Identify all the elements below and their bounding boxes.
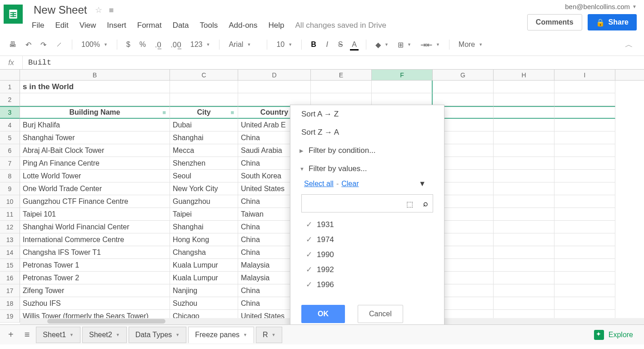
cell[interactable] <box>494 119 554 132</box>
row-header[interactable]: 1 <box>0 81 20 93</box>
cell[interactable]: Petronas Tower 2 <box>20 272 170 284</box>
cell[interactable] <box>170 93 238 106</box>
cell[interactable] <box>554 284 615 297</box>
cell[interactable] <box>372 93 433 106</box>
cell[interactable]: Ping An Finance Centre <box>20 157 170 170</box>
row-header[interactable]: 5 <box>0 132 20 144</box>
menu-insert[interactable]: Insert <box>107 21 126 30</box>
header-city[interactable]: City≡ <box>170 106 238 119</box>
number-format-dropdown[interactable]: 123▼ <box>187 40 214 49</box>
row-header[interactable]: 10 <box>0 195 20 208</box>
redo-icon[interactable]: ↷ <box>37 38 50 51</box>
cell[interactable]: Kuala Lumpur <box>170 272 238 284</box>
col-header-B[interactable]: B <box>20 70 170 80</box>
cell[interactable]: Guangzhou CTF Finance Centre <box>20 195 170 208</box>
explore-button[interactable]: Explore <box>587 326 640 344</box>
cell[interactable] <box>311 81 372 93</box>
user-menu[interactable]: ben@benlcollins.com ▼ <box>565 3 637 10</box>
cell[interactable] <box>494 259 554 272</box>
cell[interactable]: New York City <box>170 182 238 195</box>
cell[interactable] <box>554 144 615 157</box>
cell[interactable] <box>554 81 615 93</box>
filter-value-item[interactable]: ✓1931 <box>304 217 430 232</box>
cell[interactable] <box>554 297 615 310</box>
cell[interactable] <box>554 221 615 233</box>
col-header-I[interactable]: I <box>554 70 615 80</box>
cell[interactable] <box>494 246 554 259</box>
cell[interactable]: Nanjing <box>170 284 238 297</box>
filter-by-values[interactable]: ▼ Filter by values... <box>290 160 444 178</box>
row-header[interactable]: 7 <box>0 157 20 170</box>
cell[interactable]: Shanghai World Financial Center <box>20 221 170 233</box>
doc-title[interactable]: New Sheet <box>32 3 89 17</box>
row-header[interactable]: 2 <box>0 93 20 106</box>
text-color-button[interactable]: A <box>348 38 360 51</box>
borders-dropdown[interactable]: ⊞▼ <box>394 40 415 49</box>
sheets-logo[interactable] <box>4 5 23 24</box>
bold-button[interactable]: B <box>307 38 320 51</box>
cell[interactable] <box>554 259 615 272</box>
sort-az[interactable]: Sort A → Z <box>290 105 444 123</box>
cell[interactable]: Changsha <box>170 246 238 259</box>
cell[interactable] <box>494 170 554 182</box>
cell[interactable] <box>433 93 494 106</box>
cell[interactable] <box>554 272 615 284</box>
undo-icon[interactable]: ↶ <box>22 38 35 51</box>
menu-help[interactable]: Help <box>269 21 285 30</box>
cell[interactable]: Lotte World Tower <box>20 170 170 182</box>
col-header-D[interactable]: D <box>238 70 311 80</box>
cell[interactable]: One World Trade Center <box>20 182 170 195</box>
cell[interactable] <box>494 144 554 157</box>
cell[interactable] <box>433 81 494 93</box>
filter-value-item[interactable]: ✓1996 <box>304 277 430 292</box>
col-header-H[interactable]: H <box>494 70 554 80</box>
fill-color-dropdown[interactable]: ◆▼ <box>372 40 392 49</box>
menu-tools[interactable]: Tools <box>200 21 218 30</box>
filter-icon[interactable]: ≡ <box>230 109 234 116</box>
menu-file[interactable]: File <box>32 21 44 30</box>
cell[interactable]: Shanghai Tower <box>20 132 170 144</box>
merge-dropdown[interactable]: ⇥⇤▼ <box>417 40 444 49</box>
all-sheets-button[interactable]: ≡ <box>20 327 35 343</box>
add-sheet-button[interactable]: + <box>4 327 18 343</box>
cell[interactable] <box>494 221 554 233</box>
cell[interactable] <box>494 182 554 195</box>
row-header[interactable]: 17 <box>0 284 20 297</box>
cell[interactable] <box>238 93 311 106</box>
cell[interactable] <box>494 233 554 246</box>
formula-input[interactable]: Built <box>23 58 57 67</box>
col-header-C[interactable]: C <box>170 70 238 80</box>
cell[interactable]: Suzhou <box>170 297 238 310</box>
sheet-tab[interactable]: R▼ <box>256 327 282 343</box>
print-icon[interactable]: 🖶 <box>5 38 20 51</box>
filter-value-item[interactable]: ✓1990 <box>304 247 430 262</box>
row-header[interactable]: 9 <box>0 182 20 195</box>
cell[interactable]: Shanghai <box>170 221 238 233</box>
folder-icon[interactable]: ■ <box>109 5 114 15</box>
select-all-corner[interactable] <box>0 70 20 80</box>
row-header[interactable]: 4 <box>0 119 20 132</box>
cell[interactable]: Shanghai <box>170 132 238 144</box>
cell[interactable] <box>494 195 554 208</box>
menu-data[interactable]: Data <box>173 21 189 30</box>
cell[interactable]: Mecca <box>170 144 238 157</box>
cell[interactable] <box>494 93 554 106</box>
font-size-dropdown[interactable]: 10▼ <box>273 40 296 49</box>
cell[interactable] <box>494 132 554 144</box>
cell[interactable]: Taipei 101 <box>20 208 170 221</box>
cell[interactable]: Seoul <box>170 170 238 182</box>
cell[interactable] <box>494 208 554 221</box>
row-header[interactable]: 12 <box>0 221 20 233</box>
more-dropdown[interactable]: More▼ <box>455 40 486 49</box>
italic-button[interactable]: I <box>322 38 333 51</box>
currency-icon[interactable]: $ <box>123 38 134 51</box>
cell[interactable] <box>554 208 615 221</box>
col-header-E[interactable]: E <box>311 70 372 80</box>
row-header[interactable]: 19 <box>0 310 20 323</box>
cell[interactable]: Burj Khalifa <box>20 119 170 132</box>
row-header[interactable]: 3 <box>0 106 20 119</box>
collapse-toolbar-icon[interactable]: ︿ <box>619 39 639 50</box>
cell[interactable] <box>494 297 554 310</box>
paint-format-icon[interactable]: ⟋ <box>52 38 66 51</box>
cell[interactable] <box>494 106 554 119</box>
